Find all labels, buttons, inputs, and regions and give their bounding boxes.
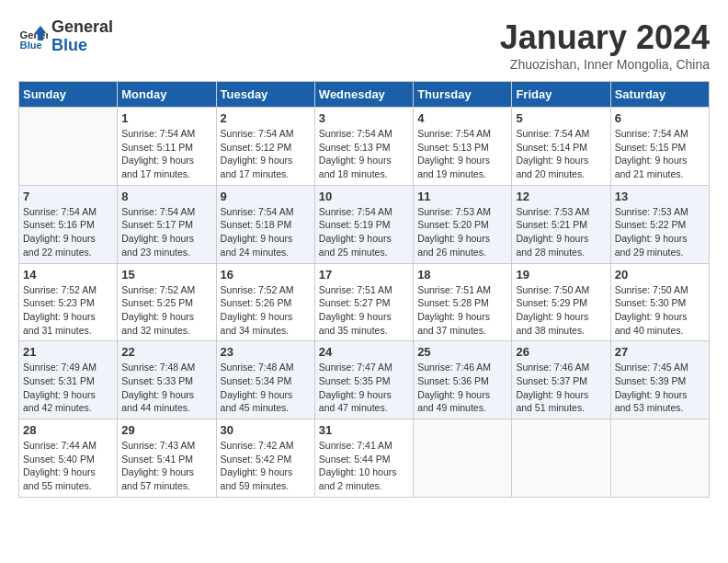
day-cell: 23Sunrise: 7:48 AM Sunset: 5:34 PM Dayli…: [216, 341, 314, 419]
day-number: 14: [23, 268, 113, 282]
day-cell: 7Sunrise: 7:54 AM Sunset: 5:16 PM Daylig…: [19, 185, 118, 263]
col-header-monday: Monday: [118, 82, 216, 108]
day-cell: 2Sunrise: 7:54 AM Sunset: 5:12 PM Daylig…: [216, 108, 314, 186]
day-cell: 4Sunrise: 7:54 AM Sunset: 5:13 PM Daylig…: [414, 108, 512, 186]
day-cell: 9Sunrise: 7:54 AM Sunset: 5:18 PM Daylig…: [216, 185, 314, 263]
day-cell: [512, 419, 610, 498]
day-number: 29: [121, 423, 211, 437]
day-cell: 28Sunrise: 7:44 AM Sunset: 5:40 PM Dayli…: [19, 419, 118, 498]
col-header-saturday: Saturday: [610, 82, 709, 108]
day-number: 1: [121, 111, 211, 125]
day-info: Sunrise: 7:46 AM Sunset: 5:37 PM Dayligh…: [516, 361, 606, 415]
day-info: Sunrise: 7:53 AM Sunset: 5:22 PM Dayligh…: [615, 205, 705, 259]
day-info: Sunrise: 7:51 AM Sunset: 5:28 PM Dayligh…: [417, 283, 507, 338]
day-number: 31: [319, 423, 409, 437]
day-cell: 8Sunrise: 7:54 AM Sunset: 5:17 PM Daylig…: [118, 185, 216, 263]
day-cell: 13Sunrise: 7:53 AM Sunset: 5:22 PM Dayli…: [610, 185, 709, 263]
day-cell: [414, 419, 512, 498]
week-row-4: 21Sunrise: 7:49 AM Sunset: 5:31 PM Dayli…: [19, 341, 710, 419]
day-number: 16: [221, 268, 311, 282]
day-cell: 20Sunrise: 7:50 AM Sunset: 5:30 PM Dayli…: [610, 263, 709, 341]
day-info: Sunrise: 7:54 AM Sunset: 5:17 PM Dayligh…: [121, 205, 211, 259]
day-number: 22: [121, 345, 211, 359]
day-info: Sunrise: 7:52 AM Sunset: 5:26 PM Dayligh…: [221, 283, 311, 338]
day-cell: 17Sunrise: 7:51 AM Sunset: 5:27 PM Dayli…: [314, 263, 413, 341]
day-info: Sunrise: 7:54 AM Sunset: 5:14 PM Dayligh…: [516, 127, 606, 181]
day-info: Sunrise: 7:43 AM Sunset: 5:41 PM Dayligh…: [121, 439, 211, 493]
day-number: 2: [221, 111, 311, 125]
day-info: Sunrise: 7:54 AM Sunset: 5:11 PM Dayligh…: [121, 127, 211, 181]
day-info: Sunrise: 7:48 AM Sunset: 5:33 PM Dayligh…: [121, 361, 211, 415]
location: Zhuozishan, Inner Mongolia, China: [500, 57, 710, 72]
day-cell: 21Sunrise: 7:49 AM Sunset: 5:31 PM Dayli…: [19, 341, 118, 419]
logo-general: General: [51, 18, 113, 37]
day-number: 9: [221, 190, 311, 203]
day-info: Sunrise: 7:52 AM Sunset: 5:23 PM Dayligh…: [23, 283, 113, 338]
day-number: 20: [615, 268, 705, 282]
col-header-sunday: Sunday: [19, 82, 118, 108]
col-header-tuesday: Tuesday: [216, 82, 314, 108]
day-number: 28: [23, 423, 113, 437]
day-number: 6: [615, 111, 705, 125]
day-number: 19: [516, 268, 606, 282]
day-number: 7: [23, 190, 113, 203]
day-number: 3: [319, 111, 409, 125]
calendar: SundayMondayTuesdayWednesdayThursdayFrid…: [18, 81, 710, 498]
day-cell: 16Sunrise: 7:52 AM Sunset: 5:26 PM Dayli…: [216, 263, 314, 341]
day-info: Sunrise: 7:53 AM Sunset: 5:20 PM Dayligh…: [417, 205, 507, 259]
day-number: 24: [319, 345, 409, 359]
calendar-header-row: SundayMondayTuesdayWednesdayThursdayFrid…: [19, 82, 710, 108]
day-info: Sunrise: 7:46 AM Sunset: 5:36 PM Dayligh…: [417, 361, 507, 415]
month-title: January 2024: [500, 18, 710, 57]
day-cell: [19, 108, 118, 186]
col-header-wednesday: Wednesday: [314, 82, 413, 108]
day-info: Sunrise: 7:54 AM Sunset: 5:19 PM Dayligh…: [319, 205, 409, 259]
day-info: Sunrise: 7:47 AM Sunset: 5:35 PM Dayligh…: [319, 361, 409, 415]
day-number: 4: [417, 111, 507, 125]
day-cell: 24Sunrise: 7:47 AM Sunset: 5:35 PM Dayli…: [314, 341, 413, 419]
day-cell: 29Sunrise: 7:43 AM Sunset: 5:41 PM Dayli…: [118, 419, 216, 498]
day-number: 25: [417, 345, 507, 359]
day-number: 11: [417, 190, 507, 203]
week-row-3: 14Sunrise: 7:52 AM Sunset: 5:23 PM Dayli…: [19, 263, 710, 341]
day-number: 30: [221, 423, 311, 437]
day-cell: 3Sunrise: 7:54 AM Sunset: 5:13 PM Daylig…: [314, 108, 413, 186]
day-number: 13: [615, 190, 705, 203]
week-row-5: 28Sunrise: 7:44 AM Sunset: 5:40 PM Dayli…: [19, 419, 710, 498]
day-cell: 27Sunrise: 7:45 AM Sunset: 5:39 PM Dayli…: [610, 341, 709, 419]
day-number: 10: [319, 190, 409, 203]
day-info: Sunrise: 7:54 AM Sunset: 5:13 PM Dayligh…: [319, 127, 409, 181]
week-row-2: 7Sunrise: 7:54 AM Sunset: 5:16 PM Daylig…: [19, 185, 710, 263]
day-cell: 12Sunrise: 7:53 AM Sunset: 5:21 PM Dayli…: [512, 185, 610, 263]
day-info: Sunrise: 7:41 AM Sunset: 5:44 PM Dayligh…: [319, 439, 409, 493]
day-info: Sunrise: 7:54 AM Sunset: 5:15 PM Dayligh…: [615, 127, 705, 181]
day-cell: [610, 419, 709, 498]
day-cell: 30Sunrise: 7:42 AM Sunset: 5:42 PM Dayli…: [216, 419, 314, 498]
col-header-thursday: Thursday: [414, 82, 512, 108]
day-info: Sunrise: 7:48 AM Sunset: 5:34 PM Dayligh…: [221, 361, 311, 415]
day-number: 15: [121, 268, 211, 282]
day-info: Sunrise: 7:50 AM Sunset: 5:30 PM Dayligh…: [615, 283, 705, 338]
day-number: 21: [23, 345, 113, 359]
day-cell: 6Sunrise: 7:54 AM Sunset: 5:15 PM Daylig…: [610, 108, 709, 186]
day-info: Sunrise: 7:54 AM Sunset: 5:16 PM Dayligh…: [23, 205, 113, 259]
svg-text:Blue: Blue: [20, 40, 42, 51]
day-number: 5: [516, 111, 606, 125]
header: General Blue General Blue January 2024 Z…: [18, 18, 710, 72]
day-number: 17: [319, 268, 409, 282]
day-cell: 14Sunrise: 7:52 AM Sunset: 5:23 PM Dayli…: [19, 263, 118, 341]
day-info: Sunrise: 7:53 AM Sunset: 5:21 PM Dayligh…: [516, 205, 606, 259]
day-cell: 11Sunrise: 7:53 AM Sunset: 5:20 PM Dayli…: [414, 185, 512, 263]
day-info: Sunrise: 7:54 AM Sunset: 5:13 PM Dayligh…: [417, 127, 507, 181]
day-cell: 31Sunrise: 7:41 AM Sunset: 5:44 PM Dayli…: [314, 419, 413, 498]
day-number: 23: [221, 345, 311, 359]
day-cell: 22Sunrise: 7:48 AM Sunset: 5:33 PM Dayli…: [118, 341, 216, 419]
day-cell: 19Sunrise: 7:50 AM Sunset: 5:29 PM Dayli…: [512, 263, 610, 341]
day-info: Sunrise: 7:49 AM Sunset: 5:31 PM Dayligh…: [23, 361, 113, 415]
title-area: January 2024 Zhuozishan, Inner Mongolia,…: [500, 18, 710, 72]
day-cell: 10Sunrise: 7:54 AM Sunset: 5:19 PM Dayli…: [314, 185, 413, 263]
day-cell: 15Sunrise: 7:52 AM Sunset: 5:25 PM Dayli…: [118, 263, 216, 341]
day-info: Sunrise: 7:45 AM Sunset: 5:39 PM Dayligh…: [615, 361, 705, 415]
col-header-friday: Friday: [512, 82, 610, 108]
day-info: Sunrise: 7:52 AM Sunset: 5:25 PM Dayligh…: [121, 283, 211, 338]
